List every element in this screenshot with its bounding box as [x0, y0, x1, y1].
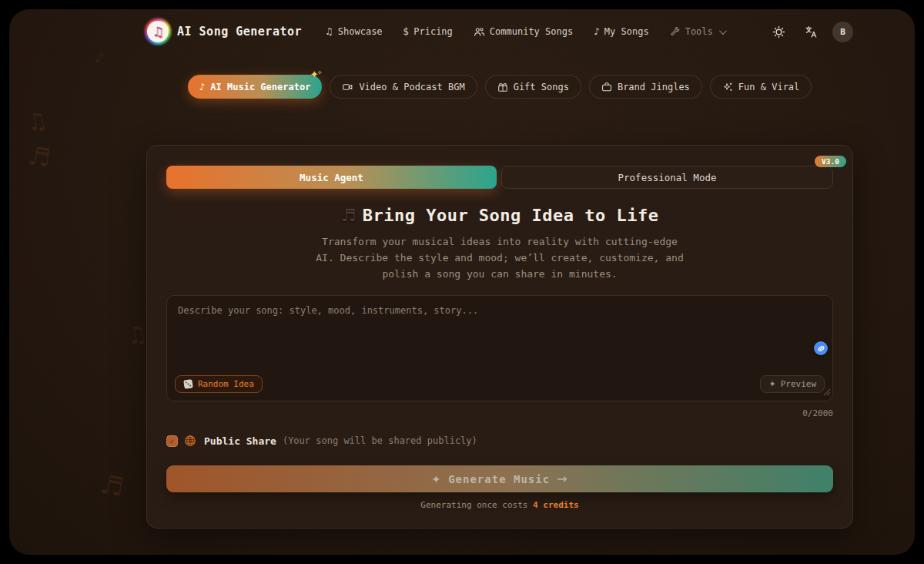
- sun-icon: [772, 25, 785, 39]
- decor-music-note: ♬: [25, 140, 52, 173]
- character-counter: 0/2000: [166, 408, 833, 418]
- app-logo-icon: ♫: [146, 20, 169, 43]
- tab-label: Video & Podcast BGM: [359, 82, 464, 92]
- tab-label: Gift Songs: [514, 82, 569, 92]
- globe-icon: [184, 435, 196, 447]
- briefcase-icon: [601, 82, 612, 92]
- brand-home-link[interactable]: ♫ AI Song Generator: [146, 20, 302, 43]
- tab-video-podcast-bgm[interactable]: Video & Podcast BGM: [330, 75, 477, 99]
- mode-button-music-agent[interactable]: Music Agent: [166, 166, 497, 189]
- dice-icon: [182, 378, 194, 390]
- translate-icon: [805, 25, 818, 39]
- music-note-icon: ♪: [594, 26, 600, 37]
- textarea-resize-handle[interactable]: [823, 384, 831, 399]
- decor-music-note: ♫: [23, 106, 50, 136]
- nav-label: Pricing: [413, 26, 453, 37]
- users-icon: [474, 26, 485, 38]
- random-idea-label: Random Idea: [198, 379, 254, 389]
- gift-icon: [497, 82, 508, 92]
- credits-note: Generating once costs 4 credits: [166, 500, 833, 510]
- top-navigation-bar: ♫ AI Song Generator ♫ Showcase $ Pricing: [146, 17, 853, 46]
- tab-brand-jingles[interactable]: Brand Jingles: [589, 75, 702, 99]
- browser-extension-badge[interactable]: [814, 341, 828, 355]
- user-avatar[interactable]: B: [832, 22, 853, 42]
- tab-gift-songs[interactable]: Gift Songs: [485, 75, 581, 99]
- public-share-hint: (Your song will be shared publicly): [283, 435, 477, 446]
- wrench-icon: [670, 26, 681, 37]
- decor-music-note: ♪: [94, 49, 106, 66]
- sparkles-icon: [722, 82, 733, 92]
- sparkle-icon: ✦: [310, 69, 324, 80]
- mode-toggle: Music Agent Professional Mode: [166, 166, 833, 189]
- sparkle-icon: ✦: [768, 379, 775, 389]
- nav-label: My Songs: [604, 26, 649, 37]
- nav-item-my-songs[interactable]: ♪ My Songs: [594, 26, 648, 37]
- app-window: ♪ ♫ ♬ ♫ ♬ ♫ AI Song Generator ♫ Showcase…: [9, 9, 915, 555]
- main-nav: ♫ Showcase $ Pricing Community Songs: [325, 26, 725, 38]
- tab-fun-and-viral[interactable]: Fun & Viral: [710, 75, 812, 99]
- song-prompt-container: Random Idea ✦ Preview: [166, 295, 833, 401]
- public-share-checkbox[interactable]: ✓: [166, 435, 178, 447]
- chevron-down-icon: [719, 27, 727, 35]
- tab-label: AI Music Generator: [210, 82, 310, 92]
- public-share-row[interactable]: ✓ Public Share (Your song will be shared…: [166, 435, 833, 447]
- song-description-input[interactable]: [167, 296, 832, 401]
- nav-item-pricing[interactable]: $ Pricing: [403, 26, 453, 37]
- generate-music-label: Generate Music: [448, 473, 550, 485]
- logo-music-note: ♫: [147, 21, 169, 42]
- mode-button-professional[interactable]: Professional Mode: [501, 166, 833, 189]
- credits-cost: 4 credits: [533, 500, 579, 510]
- music-note-icon: ♬: [340, 206, 356, 225]
- random-idea-button[interactable]: Random Idea: [175, 375, 263, 393]
- dollar-icon: $: [403, 26, 410, 37]
- generator-card: V3.0 Music Agent Professional Mode ♬Brin…: [146, 145, 853, 529]
- public-share-label: Public Share: [204, 435, 276, 447]
- nav-item-tools[interactable]: Tools: [670, 26, 725, 37]
- nav-item-showcase[interactable]: ♫ Showcase: [325, 26, 383, 37]
- link-icon: [817, 344, 825, 353]
- description-text: Transform your musical ideas into realit…: [166, 233, 833, 282]
- nav-label: Showcase: [338, 26, 383, 37]
- tab-label: Fun & Viral: [738, 82, 799, 92]
- preview-label: Preview: [781, 379, 816, 389]
- category-tabs: ♪ AI Music Generator ✦ Video & Podcast B…: [146, 75, 853, 99]
- page-title: ♬Bring Your Song Idea to Life: [166, 206, 833, 225]
- topbar-actions: B: [768, 21, 853, 42]
- decor-music-note: ♬: [98, 468, 126, 503]
- beamed-notes-icon: ♫: [325, 26, 333, 37]
- generate-music-button[interactable]: ✦ Generate Music →: [166, 465, 833, 492]
- version-badge: V3.0: [815, 156, 846, 167]
- language-switch-button[interactable]: [800, 21, 822, 42]
- app-title: AI Song Generator: [177, 25, 302, 39]
- nav-item-community-songs[interactable]: Community Songs: [474, 26, 573, 38]
- theme-toggle-button[interactable]: [768, 21, 789, 42]
- tab-ai-music-generator[interactable]: ♪ AI Music Generator ✦: [188, 75, 323, 99]
- nav-label: Tools: [685, 26, 713, 37]
- sparkles-icon: ✦: [431, 473, 441, 485]
- music-note-icon: ♪: [199, 82, 206, 92]
- preview-button[interactable]: ✦ Preview: [760, 375, 825, 393]
- video-camera-icon: [342, 82, 353, 92]
- nav-label: Community Songs: [490, 26, 573, 37]
- arrow-right-icon: →: [557, 472, 567, 486]
- tab-label: Brand Jingles: [618, 82, 690, 92]
